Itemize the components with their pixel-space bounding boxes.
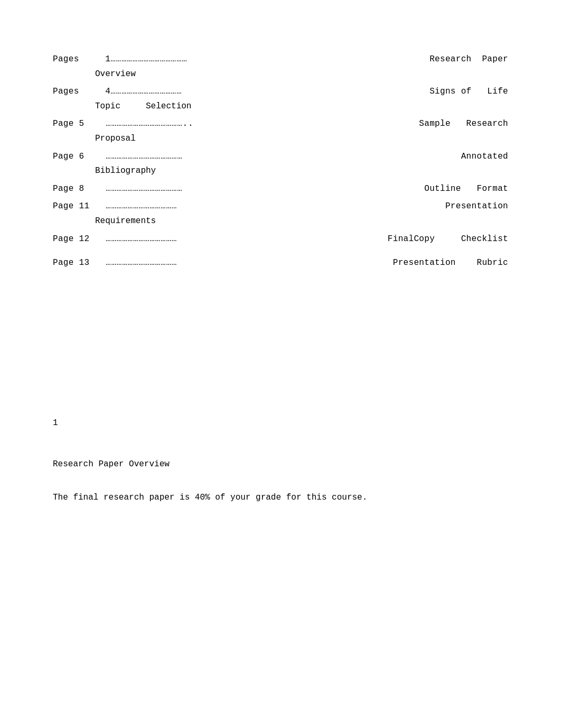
toc-title-2: Signs of Life xyxy=(429,85,508,99)
table-of-contents: Pages 1 …………………………………… Research Paper Ov… xyxy=(53,53,508,270)
toc-label-2: Pages 4 xyxy=(53,85,110,99)
toc-line-8: Page 13 ………………………………… Presentation Rubri… xyxy=(53,256,508,270)
toc-dots-1: …………………………………… xyxy=(110,53,425,67)
toc-entry-4: Page 6 …………………………………… Annotated Bibliogr… xyxy=(53,150,508,178)
toc-title-5: Outline Format xyxy=(424,182,508,196)
toc-label-7: Page 12 xyxy=(53,233,106,246)
toc-label-4: Page 6 xyxy=(53,150,106,164)
toc-subtitle-6: Requirements xyxy=(53,215,508,228)
toc-entry-8: Page 13 ………………………………… Presentation Rubri… xyxy=(53,256,508,270)
toc-dots-8: ………………………………… xyxy=(106,256,389,270)
toc-dots-5: …………………………………… xyxy=(106,182,420,196)
toc-title-8: Presentation Rubric xyxy=(393,256,508,270)
toc-title-7: FinalCopy Checklist xyxy=(388,233,508,246)
page: Pages 1 …………………………………… Research Paper Ov… xyxy=(0,0,561,728)
toc-line-7: Page 12 ………………………………… FinalCopy Checklis… xyxy=(53,233,508,246)
toc-dots-7: ………………………………… xyxy=(106,233,384,246)
toc-dots-6: ………………………………… xyxy=(106,200,441,214)
toc-title-4: Annotated xyxy=(461,150,508,164)
toc-subtitle-1: Overview xyxy=(53,68,508,81)
toc-line-5: Page 8 …………………………………… Outline Format xyxy=(53,182,508,196)
toc-title-6: Presentation xyxy=(445,200,508,214)
toc-label-8: Page 13 xyxy=(53,256,106,270)
page-number: 1 xyxy=(53,418,508,428)
toc-entry-3: Page 5 …………………………………….. Sample Research … xyxy=(53,117,508,145)
toc-subtitle-3: Proposal xyxy=(53,132,508,146)
toc-subtitle-2: Topic Selection xyxy=(53,100,508,114)
toc-entry-5: Page 8 …………………………………… Outline Format xyxy=(53,182,508,196)
toc-line-4: Page 6 …………………………………… Annotated xyxy=(53,150,508,164)
toc-dots-4: …………………………………… xyxy=(106,150,457,164)
toc-entry-6: Page 11 ………………………………… Presentation Requi… xyxy=(53,200,508,228)
toc-label-6: Page 11 xyxy=(53,200,106,214)
toc-entry-7: Page 12 ………………………………… FinalCopy Checklis… xyxy=(53,233,508,246)
toc-title-1: Research Paper xyxy=(429,53,508,67)
section-body: The final research paper is 40% of your … xyxy=(53,490,508,505)
toc-dots-2: ………………………………… xyxy=(110,85,425,99)
toc-line-3: Page 5 …………………………………….. Sample Research xyxy=(53,117,508,131)
toc-label-1: Pages 1 xyxy=(53,53,110,67)
toc-line-6: Page 11 ………………………………… Presentation xyxy=(53,200,508,214)
toc-title-3: Sample Research xyxy=(419,117,508,131)
toc-line-2: Pages 4 ………………………………… Signs of Life xyxy=(53,85,508,99)
toc-dots-3: …………………………………….. xyxy=(106,117,415,131)
toc-entry-2: Pages 4 ………………………………… Signs of Life Topi… xyxy=(53,85,508,113)
toc-label-3: Page 5 xyxy=(53,117,106,131)
page-num-value: 1 xyxy=(53,418,58,428)
section-title: Research Paper Overview xyxy=(53,459,508,469)
toc-line-1: Pages 1 …………………………………… Research Paper xyxy=(53,53,508,67)
toc-subtitle-4: Bibliography xyxy=(53,164,508,178)
toc-label-5: Page 8 xyxy=(53,182,106,196)
toc-entry-1: Pages 1 …………………………………… Research Paper Ov… xyxy=(53,53,508,81)
